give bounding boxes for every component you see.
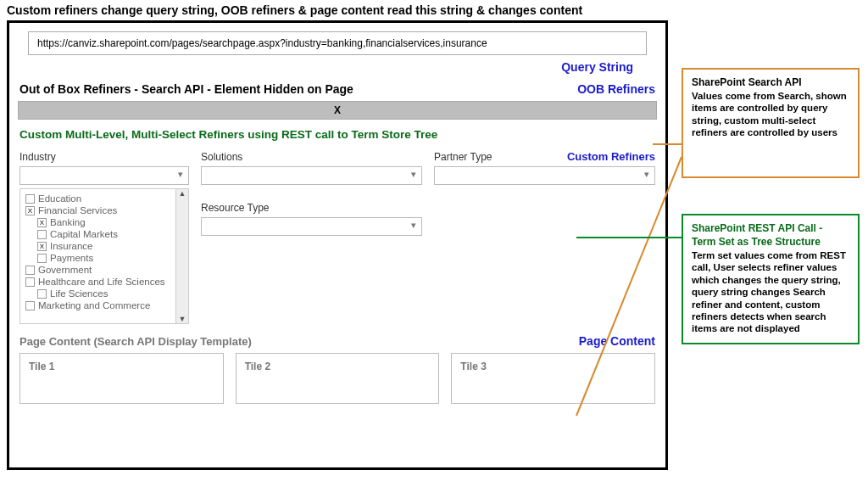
industry-tree[interactable]: EducationXFinancial ServicesXBankingCapi…: [19, 188, 189, 324]
tree-item[interactable]: XInsurance: [25, 240, 183, 252]
tree-item-label: Education: [38, 193, 81, 204]
checkbox-icon[interactable]: [25, 194, 35, 204]
tree-item-label: Government: [38, 265, 92, 275]
callout-search-api: SharePoint Search API Values come from S…: [682, 68, 860, 178]
custom-refiners-label: Custom Refiners: [567, 150, 655, 163]
tree-item[interactable]: XFinancial Services: [25, 204, 183, 216]
callout-rest-api-title2: Term Set as Tree Structure: [692, 236, 849, 249]
callout-rest-api: SharePoint REST API Call - Term Set as T…: [682, 214, 860, 344]
tree-item-label: Financial Services: [38, 205, 117, 215]
custom-refiners-heading: Custom Multi-Level, Multi-Select Refiner…: [16, 126, 659, 149]
tree-item[interactable]: Government: [25, 264, 183, 276]
tree-item[interactable]: Education: [25, 193, 183, 204]
checkbox-icon[interactable]: [37, 289, 47, 299]
industry-dropdown[interactable]: [19, 166, 189, 185]
checkbox-icon[interactable]: [25, 277, 35, 287]
checkbox-icon[interactable]: X: [37, 218, 47, 227]
tree-item[interactable]: Payments: [25, 252, 183, 264]
refiners-row: Industry EducationXFinancial ServicesXBa…: [16, 149, 659, 324]
tree-item[interactable]: XBanking: [25, 216, 183, 228]
checkbox-icon[interactable]: [37, 230, 47, 239]
checkbox-icon[interactable]: X: [37, 242, 47, 251]
partner-type-refiner: Partner Type Custom Refiners: [434, 149, 655, 324]
callout-rest-api-title1: SharePoint REST API Call -: [692, 222, 849, 236]
tile: Tile 3: [451, 353, 655, 404]
page-title: Custom refiners change query string, OOB…: [0, 0, 868, 20]
url-display: https://canviz.sharepoint.com/pages/sear…: [28, 31, 647, 55]
tree-item-label: Marketing and Commerce: [38, 300, 150, 310]
callout-search-api-body: Values come from Search, shown items are…: [692, 90, 849, 139]
oob-label: OOB Refiners: [577, 82, 655, 96]
tree-item[interactable]: Capital Markets: [25, 228, 183, 240]
tree-item[interactable]: Life Sciences: [25, 288, 183, 299]
resource-type-dropdown[interactable]: [201, 217, 422, 236]
solutions-label: Solutions: [201, 149, 422, 166]
checkbox-icon[interactable]: X: [25, 206, 35, 215]
solutions-refiner: Solutions Resource Type: [201, 149, 422, 324]
tree-item-label: Payments: [50, 253, 93, 263]
tree-item-label: Banking: [50, 217, 86, 227]
scrollbar[interactable]: ▲ ▼: [175, 189, 188, 323]
tree-item-label: Capital Markets: [50, 229, 118, 239]
partner-type-label: Partner Type: [434, 149, 492, 166]
tree-item[interactable]: Healthcare and Life Sciences: [25, 276, 183, 288]
page-content-title: Page Content (Search API Display Templat…: [19, 335, 252, 348]
scroll-down-icon[interactable]: ▼: [176, 315, 188, 323]
oob-header-text: Out of Box Refiners - Search API - Eleme…: [19, 82, 353, 96]
tree-item-label: Insurance: [50, 241, 93, 251]
scroll-up-icon[interactable]: ▲: [176, 189, 188, 198]
solutions-dropdown[interactable]: [201, 166, 422, 185]
oob-section-header: Out of Box Refiners - Search API - Eleme…: [16, 81, 659, 98]
main-panel: https://canviz.sharepoint.com/pages/sear…: [7, 20, 668, 470]
tiles-row: Tile 1Tile 2Tile 3: [16, 351, 659, 405]
checkbox-icon[interactable]: [25, 266, 35, 275]
tile: Tile 2: [236, 353, 440, 404]
tree-item-label: Healthcare and Life Sciences: [38, 277, 165, 287]
tree-item[interactable]: Marketing and Commerce: [25, 299, 183, 311]
callout-search-api-title: SharePoint Search API: [692, 76, 849, 90]
checkbox-icon[interactable]: [25, 301, 35, 310]
partner-type-dropdown[interactable]: [434, 166, 655, 185]
callout-rest-api-body: Term set values come from REST call, Use…: [692, 249, 849, 335]
page-content-label: Page Content: [579, 334, 655, 348]
query-string-label: Query String: [16, 57, 659, 81]
resource-type-label: Resource Type: [201, 200, 422, 217]
industry-refiner: Industry EducationXFinancial ServicesXBa…: [19, 149, 189, 324]
page-content-header: Page Content (Search API Display Templat…: [16, 324, 659, 351]
oob-hidden-element-bar: X: [18, 101, 657, 120]
tree-item-label: Life Sciences: [50, 288, 108, 299]
industry-label: Industry: [19, 149, 189, 166]
tile: Tile 1: [19, 353, 224, 404]
checkbox-icon[interactable]: [37, 254, 47, 263]
